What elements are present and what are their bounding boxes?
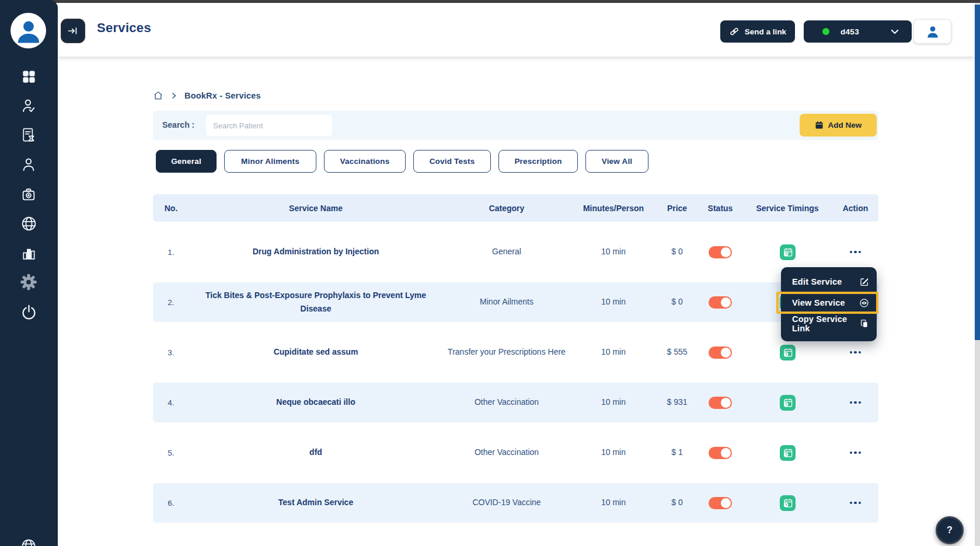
link-icon: [729, 26, 740, 37]
status-toggle[interactable]: [709, 397, 732, 409]
sidebar-avatar[interactable]: [11, 13, 46, 48]
row-price: $ 0: [656, 245, 698, 258]
row-service-name: Tick Bites & Post-Exposure Prophylaxis t…: [189, 289, 442, 316]
row-actions-button[interactable]: [848, 498, 864, 508]
globe-bottom-icon[interactable]: [20, 537, 37, 546]
search-input[interactable]: [206, 115, 332, 136]
power-icon[interactable]: [20, 303, 37, 321]
row-category: Transfer your Prescriptions Here: [442, 345, 571, 359]
service-timings-button[interactable]: [780, 345, 796, 360]
services-page: Services Send a link d453: [0, 0, 980, 546]
row-no: 4.: [153, 398, 189, 407]
row-actions-button[interactable]: [848, 348, 864, 358]
row-minutes: 10 min: [571, 446, 656, 459]
online-status-dot: [822, 28, 829, 35]
scrollbar-thumb[interactable]: [975, 5, 980, 340]
row-actions-button[interactable]: [848, 398, 864, 408]
person-icon[interactable]: [20, 156, 37, 173]
patient-check-icon[interactable]: [20, 97, 37, 114]
send-a-link-label: Send a link: [745, 27, 786, 36]
table-row: 4. Neque obcaecati illo Other Vaccinatio…: [153, 377, 878, 428]
page-scrollbar[interactable]: [975, 3, 980, 546]
sidebar-collapse-button[interactable]: [62, 20, 84, 42]
tab-general[interactable]: General: [156, 150, 217, 173]
table-row: 6. Test Admin Service COVID-19 Vaccine 1…: [153, 478, 878, 528]
row-minutes: 10 min: [571, 345, 656, 359]
table-body: 1. Drug Administration by Injection Gene…: [153, 227, 878, 528]
analytics-bars-icon[interactable]: [20, 244, 37, 262]
calendar-icon: [815, 121, 824, 130]
row-category: General: [442, 245, 571, 258]
col-category: Category: [442, 204, 571, 213]
eye-icon: [859, 298, 869, 308]
menu-item-view-service[interactable]: View Service: [781, 292, 877, 313]
menu-item-copy-service-link[interactable]: Copy Service Link: [781, 313, 877, 334]
row-no: 3.: [153, 348, 189, 357]
copy-icon: [860, 319, 869, 328]
row-actions-button[interactable]: [848, 247, 864, 257]
globe-icon[interactable]: [20, 215, 37, 232]
status-toggle[interactable]: [709, 246, 732, 258]
row-service-name: Cupiditate sed assum: [189, 345, 442, 359]
edit-icon: [860, 277, 869, 286]
breadcrumb: BookRx - Services: [153, 90, 261, 101]
report-hourglass-icon[interactable]: [20, 126, 37, 144]
home-icon[interactable]: [153, 90, 163, 101]
status-toggle[interactable]: [709, 296, 732, 309]
col-no: No.: [153, 204, 189, 213]
row-price: $ 1: [656, 446, 698, 459]
add-new-label: Add New: [828, 121, 862, 130]
dashboard-grid-icon[interactable]: [20, 68, 37, 85]
chevron-down-icon: [890, 26, 900, 37]
row-service-name: dfd: [189, 446, 442, 459]
settings-gear-icon[interactable]: [20, 273, 37, 290]
tab-covid-tests[interactable]: Covid Tests: [413, 150, 491, 173]
status-toggle[interactable]: [709, 497, 732, 509]
row-no: 2.: [153, 298, 189, 307]
tab-view-all[interactable]: View All: [585, 150, 648, 173]
sidebar: [0, 0, 58, 546]
send-a-link-button[interactable]: Send a link: [720, 20, 795, 43]
status-toggle[interactable]: [709, 447, 732, 459]
status-toggle[interactable]: [709, 346, 732, 359]
row-service-name: Neque obcaecati illo: [189, 396, 442, 409]
profile-avatar-button[interactable]: [913, 19, 951, 44]
table-header: No. Service Name Category Minutes/Person…: [153, 194, 878, 222]
row-service-name: Test Admin Service: [189, 496, 442, 509]
service-timings-button[interactable]: [780, 445, 796, 461]
search-panel: Search : Add New: [153, 111, 878, 140]
service-timings-button[interactable]: [780, 395, 796, 411]
row-category: Minor Ailments: [442, 295, 571, 309]
menu-item-edit-service[interactable]: Edit Service: [781, 271, 877, 292]
col-minutes: Minutes/Person: [571, 204, 656, 213]
help-label: ?: [947, 525, 953, 536]
row-no: 1.: [153, 248, 189, 257]
menu-item-label: Edit Service: [792, 277, 842, 286]
profile-person-icon: [925, 23, 941, 40]
row-actions-button[interactable]: [848, 448, 864, 458]
col-service-timings: Service Timings: [742, 204, 832, 213]
service-timings-button[interactable]: [780, 244, 796, 260]
row-minutes: 10 min: [571, 496, 656, 509]
tab-minor-aliments[interactable]: Minor Aliments: [224, 150, 316, 173]
service-timings-button[interactable]: [780, 495, 796, 511]
camera-icon[interactable]: [20, 186, 37, 203]
table-row: 5. dfd Other Vaccination 10 min $ 1: [153, 428, 878, 478]
tab-prescription[interactable]: Prescription: [498, 150, 578, 173]
row-price: $ 0: [656, 295, 698, 309]
tab-vaccinations[interactable]: Vaccinations: [324, 150, 406, 173]
row-minutes: 10 min: [571, 245, 656, 258]
menu-item-label: Copy Service Link: [792, 314, 860, 333]
row-category: Other Vaccination: [442, 446, 571, 459]
row-category: Other Vaccination: [442, 396, 571, 409]
add-new-button[interactable]: Add New: [800, 114, 877, 136]
help-button[interactable]: ?: [936, 516, 964, 544]
breadcrumb-chevron-icon: [170, 92, 177, 99]
row-price: $ 931: [656, 396, 698, 409]
breadcrumb-page-label[interactable]: BookRx - Services: [184, 91, 261, 100]
top-header: Services Send a link d453: [58, 3, 975, 57]
col-service-name: Service Name: [189, 204, 442, 213]
row-context-menu: Edit Service View Service Copy Service L…: [781, 267, 877, 341]
account-dropdown[interactable]: d453: [804, 20, 912, 43]
row-no: 6.: [153, 499, 189, 508]
